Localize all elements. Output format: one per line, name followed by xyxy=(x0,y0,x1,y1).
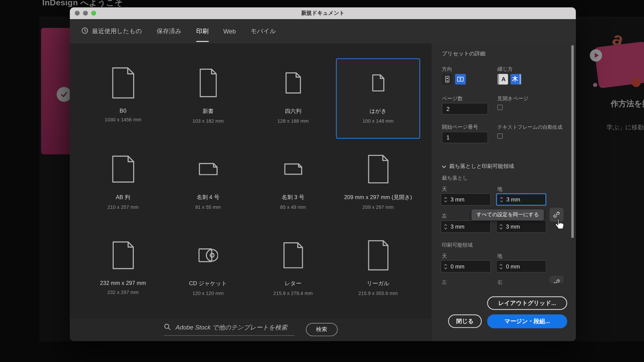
orientation-label: 方向 xyxy=(442,66,452,73)
stepper-arrows[interactable] xyxy=(496,224,505,229)
preset-size: 232 x 297 mm xyxy=(107,289,139,295)
preset-size: 91 x 55 mm xyxy=(195,204,221,210)
preset-name: 新書 xyxy=(203,108,214,115)
bleed-top-field[interactable]: 3 mm xyxy=(441,193,491,206)
preset-size: 209 x 297 mm xyxy=(363,204,394,210)
page-icon xyxy=(285,62,301,103)
panel-title: プリセットの詳細 xyxy=(442,50,486,57)
bleed-left-label: 左 xyxy=(442,213,447,220)
page-icon xyxy=(112,235,134,276)
stepper-arrows[interactable] xyxy=(496,264,505,269)
tab-print[interactable]: 印刷 xyxy=(196,27,209,35)
stepper-arrows[interactable] xyxy=(497,197,506,202)
cd-case-icon xyxy=(198,235,218,276)
preset-cd-jacket[interactable]: CD ジャケット 120 x 120 mm xyxy=(166,231,250,311)
bleed-top-label: 天 xyxy=(442,186,447,193)
tab-recent[interactable]: 最近使用したもの xyxy=(81,27,142,35)
binding-left-icon[interactable]: A xyxy=(497,74,508,84)
hand-cursor xyxy=(553,218,566,234)
preset-size: 100 x 148 mm xyxy=(363,118,394,124)
orientation-options xyxy=(442,74,466,84)
slug-top-value: 0 mm xyxy=(450,263,464,269)
binding-options: A 木 xyxy=(497,74,521,84)
preset-name: 四六判 xyxy=(285,108,302,115)
page-icon xyxy=(199,148,217,189)
preset-name: 232 mm x 297 mm xyxy=(100,280,146,286)
search-button[interactable]: 検索 xyxy=(306,323,337,336)
stepper-arrows[interactable] xyxy=(441,197,450,202)
slug-left-label: 左 xyxy=(442,279,447,286)
zoom-window-button[interactable] xyxy=(91,11,96,16)
preset-legal[interactable]: リーガル 215.9 x 355.6 mm xyxy=(336,231,420,311)
preset-name: レター xyxy=(284,280,301,287)
tab-web-label: Web xyxy=(223,28,236,35)
pages-input[interactable] xyxy=(442,103,488,114)
preset-size: 85 x 49 mm xyxy=(280,204,306,210)
dialog-tabbar: 最近使用したもの 保存済み 印刷 Web モバイル xyxy=(70,19,576,43)
preset-name: 名刺 3 号 xyxy=(282,194,305,201)
template-search-input[interactable]: Adobe Stock で他のテンプレートを検索 xyxy=(164,323,294,336)
dialog-title: 新規ドキュメント xyxy=(301,9,345,17)
minimize-window-button[interactable] xyxy=(83,11,88,16)
stepper-arrows[interactable] xyxy=(441,224,450,229)
layout-grid-button[interactable]: レイアウトグリッド... xyxy=(487,296,567,310)
start-page-input[interactable] xyxy=(442,132,488,143)
stepper-arrows[interactable] xyxy=(441,264,450,269)
preset-meishi4[interactable]: 名刺 4 号 91 x 55 mm xyxy=(166,144,250,225)
preset-shiroku[interactable]: 四六判 128 x 188 mm xyxy=(251,58,335,139)
bleed-slug-section-toggle[interactable]: 裁ち落としと印刷可能領域 xyxy=(442,163,514,170)
facing-pages-label: 見開きページ xyxy=(497,95,529,102)
binding-right-icon[interactable]: 木 xyxy=(511,74,521,84)
preset-meishi3[interactable]: 名刺 3 号 85 x 49 mm xyxy=(251,144,335,225)
bleed-right-value: 3 mm xyxy=(506,224,520,230)
margins-columns-button[interactable]: マージン・段組... xyxy=(487,314,567,328)
page-icon xyxy=(368,235,388,276)
dialog-titlebar[interactable]: 新規ドキュメント xyxy=(70,7,576,19)
preset-grid-area: B0 1030 x 1456 mm 新書 103 x 182 mm xyxy=(70,44,431,341)
page-icon xyxy=(112,62,134,103)
auto-text-frame-checkbox[interactable] xyxy=(497,133,503,139)
preset-hagaki-selected[interactable]: はがき 100 x 148 mm xyxy=(336,58,420,139)
preset-size: 1030 x 1456 mm xyxy=(105,117,141,123)
preset-name: 209 mm x 297 mm (見開き) xyxy=(344,194,412,201)
slug-link-button-clipped[interactable] xyxy=(549,276,564,283)
preset-size: 103 x 182 mm xyxy=(193,118,224,124)
orientation-portrait-icon[interactable] xyxy=(442,74,453,84)
close-window-button[interactable] xyxy=(75,11,80,16)
preset-232[interactable]: 232 mm x 297 mm 232 x 297 mm xyxy=(81,231,165,311)
slug-top-field[interactable]: 0 mm xyxy=(441,260,491,273)
preset-shinsho[interactable]: 新書 103 x 182 mm xyxy=(166,58,250,139)
slug-bottom-value: 0 mm xyxy=(506,263,520,269)
tab-print-label: 印刷 xyxy=(196,27,209,35)
bleed-top-value: 3 mm xyxy=(450,196,464,202)
bleed-label: 裁ち落とし xyxy=(442,175,468,182)
preset-name: B0 xyxy=(120,108,126,114)
dialog-scrollbar-thumb[interactable] xyxy=(571,45,574,238)
tab-mobile[interactable]: モバイル xyxy=(251,27,276,35)
bleed-left-field[interactable]: 3 mm xyxy=(441,221,491,233)
orientation-landscape-icon[interactable] xyxy=(455,74,466,84)
tab-saved[interactable]: 保存済み xyxy=(157,27,181,35)
preset-size: 128 x 188 mm xyxy=(277,118,309,124)
preset-name: リーガル xyxy=(367,280,389,287)
new-document-dialog: 新規ドキュメント 最近使用したもの 保存済み 印刷 Web モバイル xyxy=(70,7,576,341)
preset-letter[interactable]: レター 215.9 x 279.4 mm xyxy=(251,231,335,311)
clock-icon xyxy=(81,27,88,35)
bleed-right-field[interactable]: 3 mm xyxy=(496,221,546,233)
slug-bottom-label: 地 xyxy=(497,253,502,260)
preset-size: 215.9 x 355.6 mm xyxy=(358,291,398,296)
page-icon xyxy=(112,148,134,189)
preset-b0[interactable]: B0 1030 x 1456 mm xyxy=(81,58,165,139)
preset-209-spread[interactable]: 209 mm x 297 mm (見開き) 209 x 297 mm xyxy=(336,144,420,225)
auto-text-frame-label: テキストフレームの自動生成 xyxy=(497,124,562,131)
tab-web[interactable]: Web xyxy=(223,28,236,35)
facing-pages-checkbox[interactable] xyxy=(497,105,503,110)
preset-name: AB 判 xyxy=(116,194,130,201)
close-button[interactable]: 閉じる xyxy=(448,314,482,328)
preset-ab[interactable]: AB 判 210 x 257 mm xyxy=(81,144,165,225)
bleed-bottom-field[interactable]: 3 mm xyxy=(496,193,546,206)
bleed-bottom-label: 地 xyxy=(497,186,502,193)
search-placeholder: Adobe Stock で他のテンプレートを検索 xyxy=(175,324,287,331)
tab-recent-label: 最近使用したもの xyxy=(92,27,142,35)
slug-bottom-field[interactable]: 0 mm xyxy=(496,260,546,273)
